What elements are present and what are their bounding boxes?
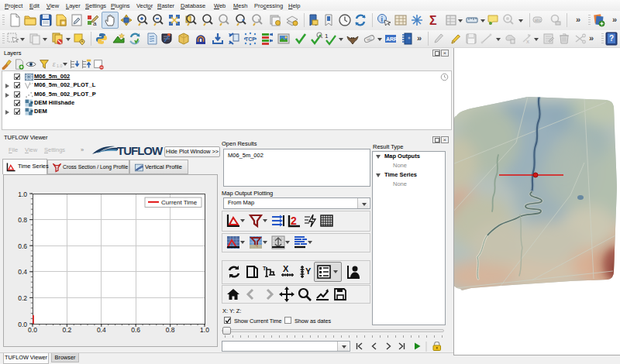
svg-text:TCP: TCP bbox=[245, 36, 256, 42]
svg-text:0.2: 0.2 bbox=[18, 294, 27, 302]
svg-text:i: i bbox=[381, 15, 384, 23]
svg-text:X: X bbox=[283, 264, 289, 273]
svg-text:1.0: 1.0 bbox=[200, 326, 209, 334]
svg-text:TUFLOW: TUFLOW bbox=[117, 144, 164, 157]
svg-text:1.0: 1.0 bbox=[18, 191, 27, 198]
svg-text:0.0: 0.0 bbox=[28, 326, 37, 334]
svg-text:0.0: 0.0 bbox=[18, 321, 27, 328]
svg-text:1: 1 bbox=[325, 33, 329, 39]
svg-text:0.6: 0.6 bbox=[131, 326, 140, 334]
svg-text:ARR: ARR bbox=[386, 36, 398, 42]
svg-text:0.8: 0.8 bbox=[166, 326, 175, 334]
svg-text:0.8: 0.8 bbox=[18, 216, 27, 224]
svg-text:ε: ε bbox=[53, 60, 56, 68]
svg-text:0.2: 0.2 bbox=[62, 326, 71, 334]
svg-text:x: x bbox=[526, 38, 529, 45]
svg-text:1.0: 1.0 bbox=[57, 64, 62, 68]
svg-text:0.4: 0.4 bbox=[18, 268, 27, 276]
svg-text:Current Time: Current Time bbox=[161, 199, 198, 206]
svg-text:Σ: Σ bbox=[429, 14, 437, 27]
svg-text:abc: abc bbox=[535, 18, 542, 22]
svg-text:?: ? bbox=[609, 34, 614, 43]
svg-text:2: 2 bbox=[291, 215, 297, 227]
svg-text:0.4: 0.4 bbox=[97, 326, 106, 334]
svg-text:0.6: 0.6 bbox=[18, 242, 27, 250]
svg-text:a: a bbox=[93, 20, 97, 27]
svg-text:Y: Y bbox=[305, 266, 312, 276]
